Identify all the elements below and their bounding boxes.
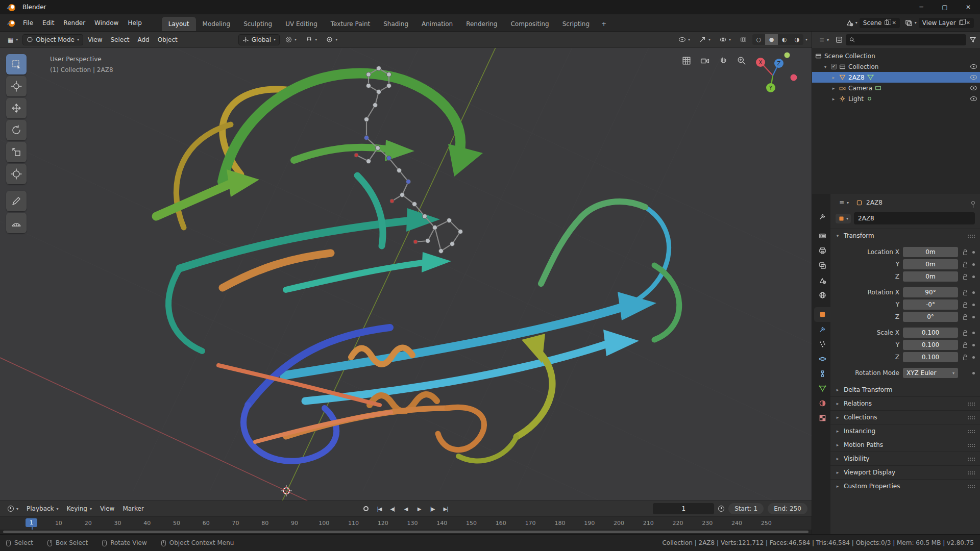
shading-solid-button[interactable]: ● (765, 34, 778, 45)
auto-keying-toggle[interactable] (360, 503, 372, 514)
tab-scripting[interactable]: Scripting (556, 17, 596, 31)
transform-tool[interactable] (6, 164, 27, 184)
cursor-tool[interactable] (6, 76, 27, 96)
shading-wireframe-button[interactable]: ○ (752, 34, 765, 45)
previous-keyframe-button[interactable]: ◀| (386, 503, 399, 514)
scene-activity-icon[interactable] (846, 19, 853, 27)
animate-dot-icon[interactable] (972, 344, 975, 346)
object-id-dropdown[interactable]: ▾ (836, 214, 851, 223)
select-box-tool[interactable] (6, 54, 27, 74)
playback-menu[interactable]: Playback ▾ (23, 504, 62, 514)
rotation-x-field[interactable]: 90° (903, 287, 958, 297)
tab-render[interactable] (814, 229, 830, 243)
editor-type-button[interactable]: ▦ ▾ (4, 35, 21, 45)
use-preview-range-icon[interactable] (718, 506, 724, 512)
jump-to-start-button[interactable]: |◀ (373, 503, 385, 514)
timeline-view-menu[interactable]: View (96, 504, 118, 514)
caret-down-icon[interactable]: ▾ (805, 37, 807, 42)
tab-texture[interactable] (814, 411, 830, 425)
overlays-dropdown[interactable]: ▾ (716, 35, 734, 44)
caret-right-icon[interactable]: ▸ (830, 75, 837, 80)
blender-menu-icon[interactable] (6, 18, 16, 28)
annotate-tool[interactable] (6, 191, 27, 211)
scene-field[interactable]: Scene ✕ (860, 18, 900, 28)
visibility-dropdown[interactable]: ▾ (675, 36, 694, 43)
tab-tool[interactable] (814, 209, 830, 224)
caret-down-icon[interactable]: ▾ (822, 64, 828, 69)
tab-layout[interactable]: Layout (162, 17, 196, 31)
tab-scene[interactable] (814, 273, 830, 288)
animate-dot-icon[interactable] (972, 251, 975, 254)
display-mode-icon[interactable] (836, 36, 843, 43)
lock-open-icon[interactable] (963, 292, 967, 295)
visibility-panel[interactable]: ▸Visibility (830, 452, 980, 465)
close-button[interactable]: ✕ (957, 0, 980, 14)
animate-dot-icon[interactable] (972, 304, 975, 306)
tab-output[interactable] (814, 243, 830, 258)
playhead[interactable]: 1 (26, 518, 37, 527)
scale-x-field[interactable]: 0.100 (903, 328, 958, 338)
minimize-button[interactable]: ─ (910, 0, 933, 14)
view-layer-field[interactable]: View Layer ✕ (919, 18, 974, 28)
viewport-menu-select[interactable]: Select (107, 35, 133, 45)
drag-handle-icon[interactable] (967, 471, 975, 474)
outliner-row-light[interactable]: ▸ Light (812, 93, 980, 104)
eye-icon[interactable] (970, 75, 977, 80)
menu-render[interactable]: Render (59, 17, 90, 29)
motion-paths-panel[interactable]: ▸Motion Paths (830, 438, 980, 452)
animate-dot-icon[interactable] (972, 316, 975, 318)
pin-icon[interactable] (971, 201, 975, 205)
menu-help[interactable]: Help (123, 17, 146, 29)
rotation-y-field[interactable]: -0° (903, 299, 958, 310)
tab-world[interactable] (814, 288, 830, 303)
next-keyframe-button[interactable]: |▶ (426, 503, 438, 514)
camera-view-icon[interactable] (700, 56, 709, 65)
shading-rendered-button[interactable]: ◑ (791, 34, 803, 45)
move-tool[interactable] (6, 98, 27, 118)
tab-compositing[interactable]: Compositing (504, 17, 555, 31)
timeline-scrollbar-thumb[interactable] (3, 531, 808, 533)
timeline-ruler[interactable]: 1 10 20 30 40 50 60 70 80 90 100 110 120 (0, 516, 812, 530)
tab-view-layer[interactable] (814, 258, 830, 273)
timeline-scrollbar[interactable] (0, 530, 812, 534)
tab-texture-paint[interactable]: Texture Paint (324, 17, 377, 31)
scale-y-field[interactable]: 0.100 (903, 340, 958, 350)
collection-checkbox[interactable]: ✓ (831, 64, 837, 69)
collections-panel[interactable]: ▸Collections (830, 410, 980, 424)
delta-transform-panel[interactable]: ▸ Delta Transform (830, 383, 980, 396)
scale-z-field[interactable]: 0.100 (903, 352, 958, 362)
drag-handle-icon[interactable] (967, 485, 975, 488)
menu-edit[interactable]: Edit (38, 17, 59, 29)
lock-open-icon[interactable] (963, 304, 967, 308)
relations-panel[interactable]: ▸Relations (830, 396, 980, 410)
drag-handle-icon[interactable] (967, 234, 975, 238)
maximize-button[interactable]: ▢ (933, 0, 957, 14)
unlink-scene-icon[interactable]: ✕ (892, 20, 896, 26)
lock-open-icon[interactable] (963, 332, 967, 336)
xray-toggle[interactable] (737, 35, 750, 44)
outliner-row-collection[interactable]: ▾ ✓ Collection (812, 61, 980, 72)
tab-uv-editing[interactable]: UV Editing (279, 17, 324, 31)
viewport-menu-object[interactable]: Object (154, 35, 181, 45)
play-button[interactable]: ▶ (413, 503, 425, 514)
viewport-canvas[interactable]: User Perspective (1) Collection | 2AZ8 (0, 48, 812, 500)
outliner-editor-type-button[interactable]: ≡ ▾ (816, 35, 832, 45)
lock-open-icon[interactable] (963, 344, 967, 348)
tab-sculpting[interactable]: Sculpting (237, 17, 279, 31)
drag-handle-icon[interactable] (967, 443, 975, 447)
tab-rendering[interactable]: Rendering (459, 17, 504, 31)
scale-tool[interactable] (6, 142, 27, 162)
drag-handle-icon[interactable] (967, 402, 975, 406)
rotation-mode-dropdown[interactable]: XYZ Euler ▾ (903, 368, 958, 378)
animate-dot-icon[interactable] (972, 356, 975, 359)
timeline-editor-type-button[interactable]: ▾ (4, 504, 22, 513)
menu-window[interactable]: Window (90, 17, 123, 29)
tab-constraints[interactable] (814, 366, 830, 381)
eye-icon[interactable] (970, 64, 977, 69)
instancing-panel[interactable]: ▸Instancing (830, 424, 980, 438)
outliner-search[interactable] (846, 34, 966, 45)
viewport-display-panel[interactable]: ▸Viewport Display (830, 465, 980, 479)
jump-to-end-button[interactable]: ▶| (439, 503, 452, 514)
pivot-point-dropdown[interactable]: ▾ (282, 35, 300, 44)
snapping-toggle[interactable]: ▾ (302, 35, 321, 44)
